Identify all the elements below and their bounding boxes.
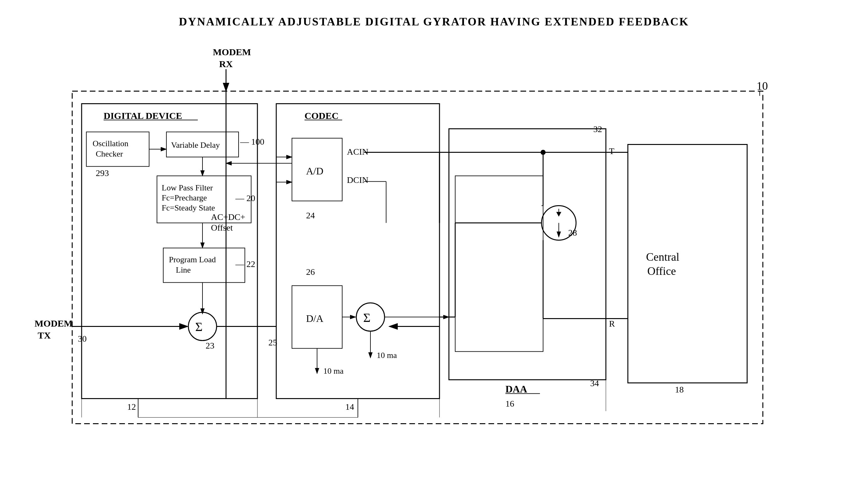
ref-34: 34 — [590, 378, 599, 388]
digital-device-label: DIGITAL DEVICE — [104, 110, 182, 121]
r-label: R — [609, 319, 615, 328]
ref-14: 14 — [345, 402, 354, 412]
ref-20: — 20 — [235, 193, 255, 203]
svg-rect-35 — [449, 129, 606, 380]
da-label: D/A — [306, 313, 323, 324]
lpf-label2: Fc=Precharge — [162, 193, 207, 202]
lpf-label3: Fc=Steady State — [162, 203, 215, 212]
ac-dc-offset-label2: Offset — [211, 223, 233, 232]
ref-18: 18 — [675, 385, 684, 394]
pll-label1: Program Load — [169, 255, 216, 264]
diagram-container: 10 DIGITAL DEVICE CODEC Oscillation Chec… — [31, 38, 837, 477]
ref-22: — 22 — [235, 259, 255, 269]
svg-rect-13 — [163, 248, 245, 283]
central-office-label1: Central — [646, 251, 679, 263]
central-office-label2: Office — [647, 265, 676, 277]
modem-tx-label2: TX — [38, 330, 51, 340]
modem-rx-label2: RX — [219, 59, 233, 69]
svg-rect-41 — [628, 145, 747, 383]
t-label: T — [609, 146, 614, 156]
ref-26: 26 — [306, 267, 315, 277]
modem-tx-label: MODEM — [34, 318, 73, 328]
svg-rect-40 — [455, 176, 543, 352]
page-title: DYNAMICALLY ADJUSTABLE DIGITAL GYRATOR H… — [0, 0, 868, 38]
ref-25: 25 — [269, 338, 277, 347]
oscillation-checker-label2: Checker — [96, 149, 123, 158]
ref-24: 24 — [306, 211, 315, 220]
variable-delay-label: Variable Delay — [171, 141, 220, 150]
daa-label: DAA — [505, 383, 527, 395]
ref-30: 30 — [78, 334, 87, 343]
ref-12: 12 — [127, 402, 136, 412]
modem-rx-label: MODEM — [213, 47, 251, 57]
acin-label: ACIN — [347, 147, 368, 157]
ref-16: 16 — [505, 399, 514, 408]
svg-marker-39 — [556, 212, 561, 217]
pll-label2: Line — [176, 265, 191, 275]
lpf-label1: Low Pass Filter — [162, 183, 213, 192]
ref-10-label: 10 — [757, 80, 768, 92]
sigma-2: Σ — [363, 311, 370, 325]
ref-23: 23 — [205, 341, 214, 351]
codec-label: CODEC — [305, 110, 338, 121]
ten-ma-label2: 10 ma — [377, 351, 397, 360]
ref-28: 28 — [568, 228, 577, 237]
ref-100: — 100 — [240, 137, 264, 146]
ad-label: A/D — [306, 165, 323, 176]
ref-293: 293 — [96, 168, 109, 178]
sigma-1: Σ — [195, 320, 202, 334]
ac-dc-offset-label: AC+DC+ — [211, 212, 245, 222]
dcin-label: DCIN — [347, 175, 368, 185]
ref-32: 32 — [593, 124, 602, 134]
ten-ma-label: 10 ma — [323, 367, 344, 375]
oscillation-checker-label: Oscillation — [93, 139, 128, 148]
svg-rect-4 — [82, 104, 257, 399]
